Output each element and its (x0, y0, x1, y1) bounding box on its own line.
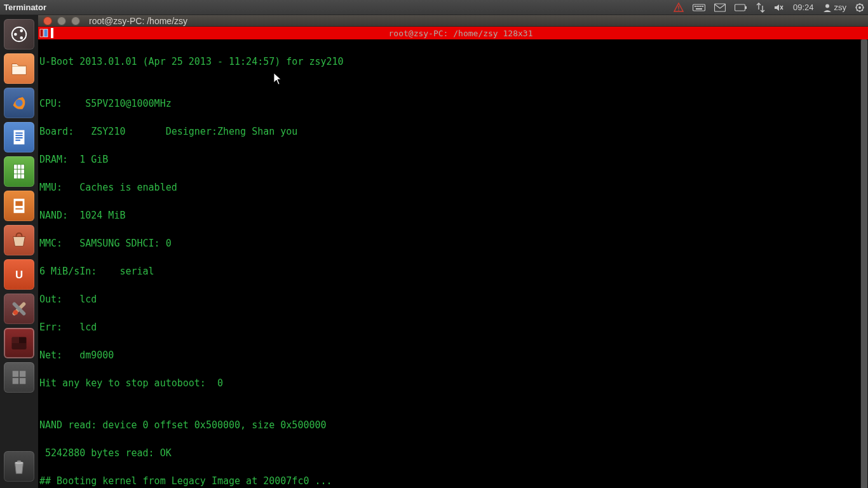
window-minimize-button[interactable] (57, 17, 66, 25)
user-name: zsy (834, 3, 847, 12)
terminal-output[interactable]: U-Boot 2013.01.01 (Apr 25 2013 - 11:24:5… (38, 39, 860, 488)
svg-rect-0 (678, 6, 679, 9)
svg-rect-10 (735, 4, 745, 11)
svg-rect-41 (19, 337, 26, 343)
svg-point-16 (858, 6, 861, 9)
shutdown-icon[interactable] (855, 3, 864, 12)
unity-launcher: U (0, 15, 38, 488)
svg-rect-49 (40, 29, 43, 37)
svg-rect-2 (693, 4, 705, 11)
svg-point-38 (13, 310, 18, 315)
svg-point-22 (15, 99, 22, 106)
svg-rect-27 (15, 140, 20, 141)
svg-rect-24 (15, 133, 22, 134)
launcher-impress[interactable] (4, 191, 34, 221)
svg-point-18 (14, 33, 17, 36)
launcher-writer[interactable] (4, 122, 34, 152)
output-line: MMC: SAMSUNG SDHCI: 0 (39, 236, 858, 250)
top-panel: Terminator 09:24 zsy (0, 0, 868, 15)
output-line: Net: dm9000 (39, 348, 858, 362)
svg-point-19 (20, 29, 23, 32)
launcher-trash[interactable] (4, 451, 34, 482)
output-line: Out: lcd (39, 292, 858, 306)
svg-rect-28 (14, 165, 25, 179)
launcher-software-center[interactable] (4, 225, 34, 255)
window-title: root@zsy-PC: /home/zsy (89, 16, 187, 26)
scrollbar-thumb[interactable] (861, 39, 867, 488)
system-tray: 09:24 zsy (674, 3, 864, 13)
output-line: DRAM: 1 GiB (39, 152, 858, 166)
svg-rect-4 (696, 6, 698, 7)
output-line: MMU: Caches is enabled (39, 180, 858, 194)
svg-rect-45 (13, 378, 18, 384)
svg-rect-25 (15, 135, 22, 136)
network-icon[interactable] (756, 3, 765, 13)
svg-rect-3 (695, 6, 696, 7)
svg-rect-43 (13, 371, 18, 377)
svg-rect-11 (745, 6, 747, 9)
terminal-scrollbar[interactable] (860, 39, 868, 488)
terminal-body: U-Boot 2013.01.01 (Apr 25 2013 - 11:24:5… (38, 39, 868, 488)
svg-rect-40 (12, 337, 19, 343)
svg-rect-44 (20, 371, 25, 377)
output-line: CPU: S5PV210@1000MHz (39, 97, 858, 111)
svg-rect-35 (15, 201, 22, 207)
mail-icon[interactable] (714, 3, 726, 12)
launcher-files[interactable] (4, 53, 34, 84)
split-indicator-icon[interactable] (38, 27, 50, 39)
terminal-window: root@zsy-PC: /home/zsy root@zsy-PC: /hom… (38, 15, 868, 488)
svg-rect-42 (12, 343, 27, 349)
launcher-settings[interactable] (4, 294, 34, 324)
window-titlebar[interactable]: root@zsy-PC: /home/zsy (38, 15, 868, 27)
svg-rect-50 (44, 29, 48, 37)
window-close-button[interactable] (43, 17, 52, 25)
output-line: NAND read: device 0 offset 0x500000, siz… (39, 418, 858, 432)
svg-rect-1 (678, 10, 679, 11)
output-line: Err: lcd (39, 320, 858, 334)
battery-icon[interactable] (735, 4, 747, 11)
output-line: NAND: 1024 MiB (39, 208, 858, 222)
keyboard-icon[interactable] (693, 3, 705, 12)
output-line: 6 MiB/sIn: serial (39, 264, 858, 278)
output-line: ## Booting kernel from Legacy Image at 2… (39, 474, 858, 488)
launcher-firefox[interactable] (4, 88, 34, 118)
user-menu[interactable]: zsy (823, 3, 847, 12)
active-app-name: Terminator (4, 3, 46, 12)
svg-rect-7 (702, 6, 703, 7)
launcher-terminal[interactable] (4, 328, 34, 358)
volume-icon[interactable] (774, 3, 784, 12)
terminal-tabbar: root@zsy-PC: /home/zsy 128x31 (38, 27, 868, 39)
output-line: Board: ZSY210 Designer:Zheng Shan you (39, 125, 858, 139)
output-line: 5242880 bytes read: OK (39, 446, 858, 460)
clock[interactable]: 09:24 (793, 3, 814, 12)
launcher-ubuntu-one[interactable]: U (4, 259, 34, 290)
svg-rect-48 (17, 461, 21, 463)
svg-rect-36 (15, 208, 22, 210)
svg-rect-5 (698, 6, 700, 7)
launcher-calc[interactable] (4, 156, 34, 187)
output-line: Hit any key to stop autoboot: 0 (39, 376, 858, 390)
tab-title: root@zsy-PC: /home/zsy 128x31 (53, 29, 868, 38)
launcher-workspace[interactable] (4, 362, 34, 393)
svg-rect-6 (700, 6, 702, 7)
alert-icon[interactable] (674, 3, 684, 13)
svg-rect-26 (15, 137, 22, 139)
svg-point-20 (20, 36, 23, 39)
svg-rect-46 (20, 378, 25, 384)
svg-point-14 (825, 4, 829, 8)
svg-rect-8 (696, 8, 702, 10)
window-maximize-button[interactable] (71, 17, 80, 25)
output-line: U-Boot 2013.01.01 (Apr 25 2013 - 11:24:5… (39, 55, 858, 69)
svg-text:U: U (15, 269, 23, 281)
launcher-dash[interactable] (4, 19, 34, 50)
